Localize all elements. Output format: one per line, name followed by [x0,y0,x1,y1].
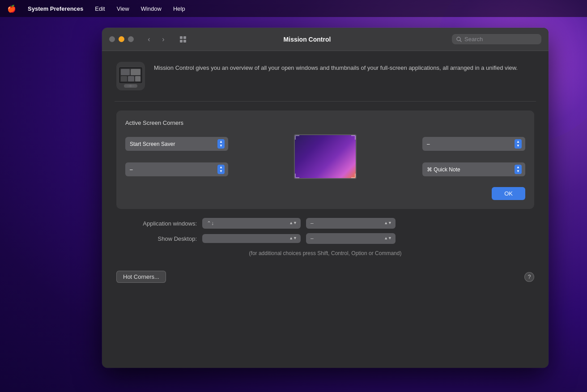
svg-rect-11 [128,76,134,81]
titlebar: ‹ › Mission Control Search [102,28,549,51]
search-bar[interactable]: Search [452,34,541,44]
show-desktop-key-arrows: ▲▼ [289,236,297,241]
screen-preview [294,134,357,179]
back-button[interactable]: ‹ [143,34,155,44]
svg-rect-12 [135,76,140,81]
corners-layout: Start Screen Saver ▲ ▼ [125,134,525,179]
corner-indicator-tl [295,135,299,140]
app-description-section: Mission Control gives you an overview of… [116,62,534,92]
svg-line-5 [460,40,461,42]
application-windows-row: Application windows: ⌃↓ ▲▼ – ▲▼ [116,218,534,229]
window-title: Mission Control [168,36,447,43]
menubar-view[interactable]: View [115,4,131,13]
hot-corners-button[interactable]: Hot Corners... [116,271,166,283]
menubar-window[interactable]: Window [139,4,163,13]
hint-text: (for additional choices press Shift, Con… [116,248,534,258]
application-windows-key-select[interactable]: ⌃↓ ▲▼ [202,218,301,229]
corners-panel: Active Screen Corners Start Screen Saver… [116,111,534,209]
corner-indicator-br [351,174,356,178]
top-right-select-label: – [427,141,512,147]
top-right-select[interactable]: – ▲ ▼ [422,137,525,151]
svg-point-16 [132,85,134,87]
top-right-arrow-up: ▲ [516,140,520,144]
ok-button[interactable]: OK [492,187,525,200]
show-desktop-modifier-arrows: ▲▼ [384,236,392,241]
svg-rect-10 [121,76,127,81]
corner-indicator-tr [351,135,356,140]
top-left-select-arrows: ▲ ▼ [217,139,225,149]
search-icon [456,37,462,42]
close-button[interactable] [109,36,115,42]
bottom-left-select[interactable]: – ▲ ▼ [125,162,228,176]
bottom-left-select-label: – [130,166,215,173]
screen-preview-container [235,134,415,179]
bottom-bar: Hot Corners... ? [116,271,534,283]
bottom-right-select[interactable]: ⌘ Quick Note ▲ ▼ [422,162,525,176]
menubar-help[interactable]: Help [171,4,187,13]
help-button[interactable]: ? [524,272,534,282]
menubar-system-preferences[interactable]: System Preferences [26,4,85,13]
application-windows-modifier-label: – [311,220,384,226]
nav-buttons: ‹ › [143,34,170,44]
main-window: ‹ › Mission Control Search [102,28,549,368]
traffic-lights [109,36,134,42]
show-desktop-row: Show Desktop: ▲▼ – ▲▼ [116,233,534,244]
top-right-select-arrows: ▲ ▼ [515,139,522,149]
svg-rect-8 [121,69,130,75]
top-left-select[interactable]: Start Screen Saver ▲ ▼ [125,137,228,151]
bottom-left-arrow-up: ▲ [219,166,223,169]
screen-preview-bg [295,135,356,178]
application-windows-key-arrows: ▲▼ [289,221,297,226]
content-area: Mission Control gives you an overview of… [102,51,549,368]
description-text: Mission Control gives you an overview of… [154,62,518,72]
application-windows-modifier-select[interactable]: – ▲▼ [306,218,396,229]
application-windows-modifier-arrows: ▲▼ [384,221,392,226]
bottom-right-select-arrows: ▲ ▼ [515,165,522,174]
top-right-arrow-down: ▼ [516,144,520,148]
search-placeholder: Search [464,36,483,43]
bottom-right-arrow-up: ▲ [516,166,520,169]
minimize-button[interactable] [119,36,124,42]
corner-bottom-left-container: – ▲ ▼ [125,162,228,176]
application-windows-label: Application windows: [116,220,197,227]
apple-menu-icon[interactable]: 🍎 [7,4,16,13]
app-icon [116,62,145,90]
show-desktop-modifier-label: – [311,235,384,242]
corner-top-right-container: – ▲ ▼ [422,137,525,151]
show-desktop-key-select[interactable]: ▲▼ [202,234,301,243]
bottom-left-arrow-down: ▼ [219,170,223,173]
top-left-select-label: Start Screen Saver [130,141,215,147]
bottom-right-select-label: ⌘ Quick Note [427,166,512,173]
top-left-arrow-down: ▼ [219,144,223,148]
bottom-right-arrow-down: ▼ [516,170,520,173]
corner-bottom-right-container: ⌘ Quick Note ▲ ▼ [422,162,525,176]
top-left-arrow-up: ▲ [219,140,223,144]
menubar: 🍎 System Preferences Edit View Window He… [0,0,587,17]
corner-top-left-container: Start Screen Saver ▲ ▼ [125,137,228,151]
fullscreen-button[interactable] [128,36,134,42]
show-desktop-modifier-select[interactable]: – ▲▼ [306,233,396,244]
corners-panel-title: Active Screen Corners [125,119,525,126]
svg-rect-9 [131,69,140,75]
section-divider [115,101,536,102]
menubar-edit[interactable]: Edit [93,4,106,13]
corner-indicator-bl [295,174,299,178]
show-desktop-label: Show Desktop: [116,235,197,242]
hotkey-section: Application windows: ⌃↓ ▲▼ – ▲▼ Show Des… [116,218,534,258]
bottom-left-select-arrows: ▲ ▼ [217,165,225,174]
application-windows-key-label: ⌃↓ [207,220,289,226]
